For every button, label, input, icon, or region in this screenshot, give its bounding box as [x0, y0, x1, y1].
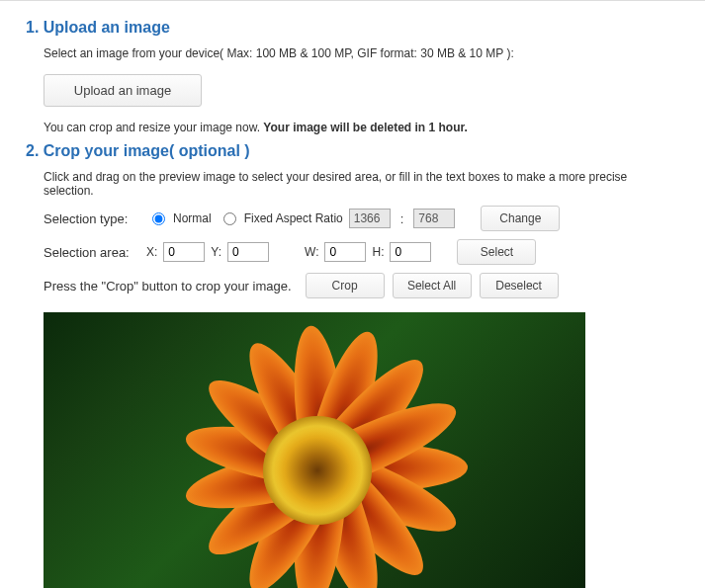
selection-area-label: Selection area: — [44, 245, 140, 260]
radio-normal-label[interactable]: Normal — [173, 211, 212, 225]
upload-image-button[interactable]: Upload an image — [44, 74, 202, 107]
step2-instruction: Click and drag on the preview image to s… — [44, 170, 679, 198]
preview-image[interactable] — [44, 312, 585, 588]
h-input[interactable] — [390, 242, 431, 262]
select-all-button[interactable]: Select All — [393, 273, 472, 298]
step1-note-bold: Your image will be deleted in 1 hour. — [263, 121, 467, 134]
w-label: W: — [305, 245, 318, 259]
deselect-button[interactable]: Deselect — [480, 273, 559, 298]
radio-fixed-aspect[interactable] — [223, 212, 236, 225]
press-crop-text: Press the "Crop" button to crop your ima… — [44, 279, 292, 294]
aspect-sep: : — [397, 211, 408, 226]
radio-fixed-aspect-label[interactable]: Fixed Aspect Ratio — [244, 211, 343, 225]
radio-normal[interactable] — [152, 212, 165, 225]
selection-type-label: Selection type: — [44, 211, 140, 226]
step2-heading: 2. Crop your image( optional ) — [26, 142, 679, 160]
crop-button[interactable]: Crop — [306, 273, 385, 298]
y-label: Y: — [211, 245, 221, 259]
step1-note: You can crop and resize your image now. … — [44, 121, 679, 134]
w-input[interactable] — [324, 242, 366, 262]
select-button[interactable]: Select — [457, 239, 536, 265]
change-button[interactable]: Change — [481, 206, 560, 231]
step1-heading: 1. Upload an image — [26, 19, 679, 37]
step1-note-prefix: You can crop and resize your image now. — [44, 121, 263, 134]
x-input[interactable] — [163, 242, 205, 262]
x-label: X: — [146, 245, 157, 259]
step1-instruction: Select an image from your device( Max: 1… — [44, 46, 679, 60]
aspect-height-input — [413, 209, 455, 228]
h-label: H: — [372, 245, 384, 259]
aspect-width-input — [349, 209, 391, 228]
y-input[interactable] — [227, 242, 269, 262]
